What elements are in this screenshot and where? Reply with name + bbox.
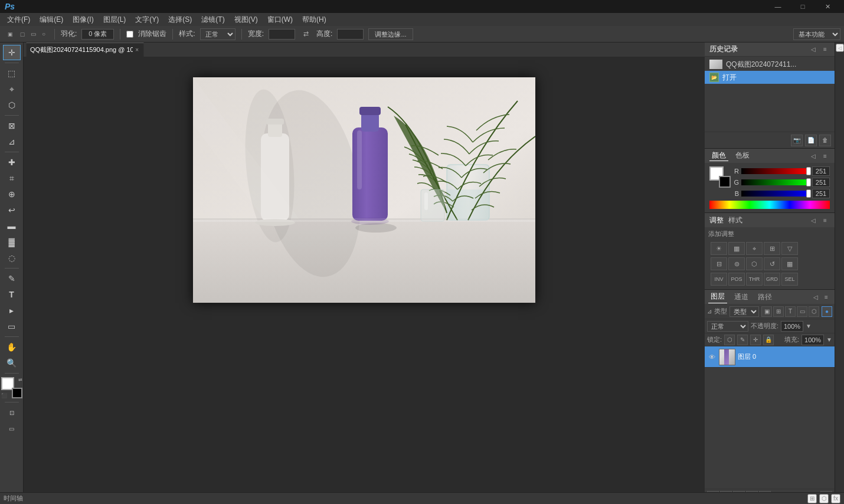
fill-dropdown-arrow[interactable]: ▼: [826, 336, 832, 343]
histbrush-tool-btn[interactable]: ↩: [3, 202, 21, 218]
adj-curves-btn[interactable]: ⌖: [746, 242, 763, 255]
move-tool-btn[interactable]: ✛: [3, 45, 21, 60]
menu-layer[interactable]: 图层(L): [99, 13, 131, 26]
history-new-doc-btn[interactable]: 📄: [805, 135, 817, 146]
feather-input[interactable]: [81, 29, 114, 40]
gradient-tool-btn[interactable]: ▓: [3, 234, 21, 250]
filter-toggle-btn[interactable]: ●: [822, 306, 832, 317]
pen-tool-btn[interactable]: ✎: [3, 271, 21, 286]
doc-tab[interactable]: QQ截图20240724115904.png @ 100% (图层 0, RGB…: [26, 42, 144, 57]
height-input[interactable]: [337, 29, 364, 40]
style-select[interactable]: 正常: [200, 28, 235, 40]
lock-all-btn[interactable]: 🔒: [763, 335, 774, 345]
filter-pixel-btn[interactable]: ▣: [761, 306, 772, 317]
marquee-tool-btn[interactable]: ⬚: [3, 66, 21, 81]
swap-colors-btn[interactable]: ⇄: [18, 377, 22, 382]
hand-tool-btn[interactable]: ✋: [3, 339, 21, 355]
r-slider[interactable]: [741, 168, 810, 174]
timeline-icon-1[interactable]: ⊞: [807, 494, 817, 503]
eyedropper-tool-btn[interactable]: ⊿: [3, 134, 21, 149]
adj-huesat-btn[interactable]: ⊟: [711, 257, 727, 270]
blend-mode-select[interactable]: 正常: [707, 321, 748, 332]
layers-menu-btn[interactable]: ≡: [822, 292, 831, 302]
adj-bw-btn[interactable]: ⬡: [746, 257, 763, 270]
color-tab-color[interactable]: 颜色: [709, 150, 728, 161]
r-value-input[interactable]: [812, 166, 830, 176]
menu-image[interactable]: 图像(I): [68, 13, 98, 26]
color-bg-swatch[interactable]: [719, 176, 731, 188]
g-thumb[interactable]: [806, 178, 811, 186]
timeline-icon-3[interactable]: fx: [831, 494, 840, 503]
history-expand-btn[interactable]: ◁: [809, 45, 818, 54]
brush-tool-btn[interactable]: ⌗: [3, 171, 21, 186]
filter-type-btn[interactable]: T: [785, 306, 796, 317]
tool-preset-btn[interactable]: ▣: [4, 28, 17, 40]
layers-type-select[interactable]: 类型: [729, 306, 759, 317]
background-color-swatch[interactable]: [12, 388, 22, 398]
dodge-tool-btn[interactable]: ◌: [3, 250, 21, 266]
photoshop-canvas[interactable]: [193, 77, 535, 303]
history-item-0[interactable]: QQ截图2024072411...: [705, 58, 835, 71]
eraser-tool-btn[interactable]: ▬: [3, 218, 21, 234]
menu-filter[interactable]: 滤镜(T): [197, 13, 229, 26]
filter-adj-btn[interactable]: ⊞: [773, 306, 784, 317]
adj-levels-btn[interactable]: ▦: [728, 242, 745, 255]
history-delete-btn[interactable]: 🗑: [819, 135, 831, 146]
fill-input[interactable]: [802, 335, 824, 345]
ellipse-preset-btn[interactable]: ○: [39, 28, 48, 40]
adj-expand-btn[interactable]: ◁: [809, 215, 818, 225]
adj-posterize-btn[interactable]: POS: [728, 273, 745, 286]
filter-smart-btn[interactable]: ⬡: [809, 306, 819, 317]
color-panel-expand-btn[interactable]: ◁: [809, 151, 818, 161]
menu-type[interactable]: 文字(Y): [130, 13, 163, 26]
b-value-input[interactable]: [812, 189, 830, 198]
layer-item-0[interactable]: 👁 图层 0: [705, 346, 835, 368]
history-menu-btn[interactable]: ≡: [820, 45, 830, 54]
layers-tab-paths[interactable]: 路径: [755, 291, 774, 303]
timeline-icon-2[interactable]: ⬡: [819, 494, 829, 503]
menu-file[interactable]: 文件(F): [2, 13, 35, 26]
adj-exposure-btn[interactable]: ⊞: [764, 242, 780, 255]
layers-expand-btn[interactable]: ◁: [811, 292, 820, 302]
opacity-input[interactable]: [781, 321, 803, 332]
color-spectrum-bar[interactable]: [709, 201, 830, 209]
layers-tab-channels[interactable]: 通道: [732, 291, 751, 303]
adj-photofilter-btn[interactable]: ↺: [764, 257, 780, 270]
clone-tool-btn[interactable]: ⊕: [3, 186, 21, 202]
doc-tab-close-btn[interactable]: ×: [135, 47, 139, 53]
adj-menu-btn[interactable]: ≡: [820, 215, 830, 225]
lasso-tool-btn[interactable]: ⌖: [3, 81, 21, 97]
antialias-checkbox[interactable]: [126, 31, 133, 38]
adj-colorbalance-btn[interactable]: ⊜: [728, 257, 745, 270]
adj-brightness-btn[interactable]: ☀: [711, 242, 727, 255]
adj-gradient-map-btn[interactable]: GRD: [764, 273, 780, 286]
lock-transparent-btn[interactable]: ⬡: [724, 335, 735, 345]
zoom-tool-btn[interactable]: 🔍: [3, 355, 21, 371]
adj-invert-btn[interactable]: INV: [711, 273, 727, 286]
menu-window[interactable]: 窗口(W): [263, 13, 297, 26]
shape-tool-btn[interactable]: ▭: [3, 319, 21, 334]
workspace-select[interactable]: 基本功能: [793, 28, 840, 40]
history-new-snapshot-btn[interactable]: 📷: [791, 135, 803, 146]
minimize-button[interactable]: —: [766, 0, 790, 13]
adj-tab-style[interactable]: 样式: [728, 215, 742, 225]
history-item-1[interactable]: 📂 打开: [705, 71, 835, 84]
maximize-button[interactable]: □: [791, 0, 814, 13]
g-value-input[interactable]: [812, 178, 830, 187]
heal-tool-btn[interactable]: ✚: [3, 155, 21, 170]
menu-select[interactable]: 选择(S): [163, 13, 197, 26]
menu-edit[interactable]: 编辑(E): [35, 13, 68, 26]
lock-pixels-btn[interactable]: ✎: [737, 335, 748, 345]
crop-tool-btn[interactable]: ⊠: [3, 118, 21, 133]
color-panel-menu-btn[interactable]: ≡: [820, 151, 830, 161]
menu-help[interactable]: 帮助(H): [297, 13, 331, 26]
filter-shape-btn[interactable]: ▭: [797, 306, 807, 317]
rect-preset-btn[interactable]: ▭: [28, 28, 38, 40]
adj-tab-adjust[interactable]: 调整: [709, 215, 724, 225]
strip-collapse-btn[interactable]: ◁: [836, 44, 844, 52]
lock-position-btn[interactable]: ✛: [750, 335, 761, 345]
menu-view[interactable]: 视图(V): [230, 13, 263, 26]
layer-eye-0[interactable]: 👁: [707, 352, 717, 362]
quickmask-btn[interactable]: ⊡: [3, 405, 21, 420]
g-slider[interactable]: [741, 179, 810, 185]
